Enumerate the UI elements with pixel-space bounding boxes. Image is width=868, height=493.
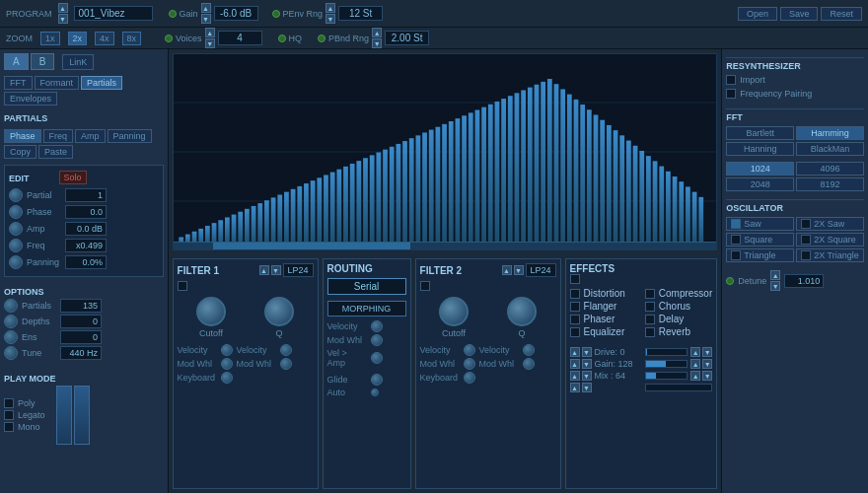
r-vel-knob[interactable] <box>371 320 383 332</box>
osc-2xsaw-cb[interactable] <box>801 219 811 229</box>
partial-panning[interactable]: Panning <box>108 129 152 143</box>
osc-square[interactable]: Square <box>726 233 794 246</box>
scrollbar-thumb[interactable] <box>213 243 410 249</box>
gain-r-up[interactable]: ▲ <box>690 359 700 369</box>
partial-copy[interactable]: Copy <box>4 145 36 159</box>
fft-4096[interactable]: 4096 <box>796 162 864 176</box>
mix-r-up[interactable]: ▲ <box>690 371 700 381</box>
panning-knob[interactable] <box>9 255 23 269</box>
f2-mw2-knob[interactable] <box>523 358 535 370</box>
drive-slider[interactable] <box>645 348 688 356</box>
chorus-cb[interactable] <box>645 302 655 312</box>
partial-phase[interactable]: Phase <box>4 129 41 143</box>
osc-2xsaw[interactable]: 2X Saw <box>796 217 864 231</box>
mix-up[interactable]: ▲ <box>570 371 580 381</box>
r-auto-dot[interactable] <box>371 388 379 396</box>
voices-down[interactable]: ▼ <box>205 38 215 48</box>
penv-up[interactable]: ▲ <box>326 3 335 13</box>
osc-2xtriangle[interactable]: 2X Triangle <box>796 248 864 262</box>
pbend-down[interactable]: ▼ <box>372 38 382 48</box>
f1-mw1-knob[interactable] <box>221 358 233 370</box>
phaser-cb[interactable] <box>570 315 580 324</box>
partial-amp[interactable]: Amp <box>75 129 106 143</box>
link-button[interactable]: LinK <box>62 54 94 70</box>
freq-value[interactable]: x0.499 <box>65 239 107 252</box>
legato-checkbox[interactable] <box>4 410 14 420</box>
fft-hamming[interactable]: Hamming <box>796 126 864 140</box>
osc-triangle[interactable]: Triangle <box>726 248 794 262</box>
program-down[interactable]: ▼ <box>58 14 68 24</box>
delay-cb[interactable] <box>645 315 655 324</box>
filter2-type-up[interactable]: ▲ <box>502 265 512 275</box>
amp-value[interactable]: 0.0 dB <box>65 222 107 236</box>
extra-up[interactable]: ▲ <box>570 383 580 392</box>
filter1-type-down[interactable]: ▼ <box>271 265 281 275</box>
fft-1024[interactable]: 1024 <box>726 162 794 176</box>
filter2-enable[interactable] <box>420 281 430 291</box>
effects-enable[interactable] <box>570 274 580 284</box>
osc-saw-cb[interactable] <box>731 219 741 229</box>
osc-square-cb[interactable] <box>731 235 741 245</box>
zoom-2x[interactable]: 2x <box>68 32 88 45</box>
tab-b[interactable]: B <box>31 53 55 70</box>
mono-checkbox[interactable] <box>4 422 14 432</box>
f1-vel2-knob[interactable] <box>280 344 292 356</box>
tab-a[interactable]: A <box>4 53 29 70</box>
phase-knob[interactable] <box>9 205 23 219</box>
filter1-type-up[interactable]: ▲ <box>259 265 269 275</box>
detune-down[interactable]: ▼ <box>770 281 780 291</box>
filter2-type[interactable]: LP24 <box>526 263 556 277</box>
tune-knob[interactable] <box>4 346 18 360</box>
open-button[interactable]: Open <box>738 7 777 21</box>
gain-up[interactable]: ▲ <box>201 3 211 13</box>
distortion-cb[interactable] <box>570 289 580 299</box>
osc-2xtri-cb[interactable] <box>801 250 811 260</box>
filter2-type-down[interactable]: ▼ <box>514 265 524 275</box>
f1-kbd-knob[interactable] <box>221 372 233 384</box>
playmode-slider1[interactable] <box>56 386 72 445</box>
voices-up[interactable]: ▲ <box>205 28 215 37</box>
gain-down[interactable]: ▼ <box>201 14 211 24</box>
fft-hanning[interactable]: Hanning <box>726 142 794 156</box>
flanger-cb[interactable] <box>570 302 580 312</box>
zoom-1x[interactable]: 1x <box>40 32 60 45</box>
zoom-4x[interactable]: 4x <box>95 32 114 45</box>
program-arrows[interactable]: ▲ ▼ <box>58 3 68 24</box>
gain-r-down[interactable]: ▼ <box>702 359 712 369</box>
depths-value[interactable]: 0 <box>60 315 102 328</box>
program-name[interactable]: 001_Vibez <box>74 6 153 21</box>
filter2-q-knob[interactable] <box>507 297 537 326</box>
f2-vel1-knob[interactable] <box>464 344 475 356</box>
f2-mw1-knob[interactable] <box>464 358 475 370</box>
osc-2xsquare-cb[interactable] <box>801 235 811 245</box>
osc-tri-cb[interactable] <box>731 250 741 260</box>
equalizer-cb[interactable] <box>570 327 580 337</box>
program-up[interactable]: ▲ <box>58 3 68 13</box>
compressor-cb[interactable] <box>645 289 655 299</box>
view-formant[interactable]: Formant <box>35 76 80 90</box>
save-button[interactable]: Save <box>780 7 819 21</box>
partials-opt-value[interactable]: 135 <box>60 299 102 313</box>
partial-paste[interactable]: Paste <box>38 145 73 159</box>
waveform-scrollbar[interactable] <box>174 242 717 249</box>
gain-slider[interactable] <box>645 360 688 368</box>
f1-vel1-knob[interactable] <box>221 344 233 356</box>
amp-knob[interactable] <box>9 222 23 236</box>
filter1-type[interactable]: LP24 <box>283 263 314 277</box>
fft-2048[interactable]: 2048 <box>726 177 794 191</box>
partial-knob[interactable] <box>9 188 23 202</box>
phase-value[interactable]: 0.0 <box>65 205 107 219</box>
extra-slider[interactable] <box>645 384 713 391</box>
import-cb[interactable] <box>726 75 736 85</box>
f2-vel2-knob[interactable] <box>523 344 535 356</box>
partial-value[interactable]: 1 <box>65 188 107 202</box>
poly-checkbox[interactable] <box>4 398 14 408</box>
drive-down[interactable]: ▼ <box>582 347 592 357</box>
routing-value[interactable]: Serial <box>327 278 406 295</box>
gain-up2[interactable]: ▲ <box>570 359 580 369</box>
detune-value[interactable]: 1.010 <box>784 274 824 288</box>
f1-mw2-knob[interactable] <box>280 358 292 370</box>
reverb-cb[interactable] <box>645 327 655 337</box>
playmode-slider2[interactable] <box>74 386 90 445</box>
fft-blackman[interactable]: BlackMan <box>796 142 864 156</box>
